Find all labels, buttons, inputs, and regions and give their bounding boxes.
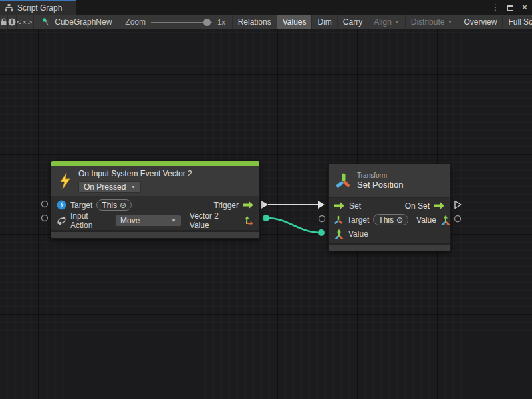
target-label: Target xyxy=(70,201,92,210)
trigger-output-label: Trigger xyxy=(213,201,239,210)
player-input-icon xyxy=(57,200,66,210)
graph-toolbar: <×> CubeGraphNew Zoom 1x Relations Value… xyxy=(0,15,532,29)
toolbar-button-fullscreen[interactable]: Full Screen xyxy=(503,15,532,29)
value-input-label: Value xyxy=(348,229,368,239)
port-event-target-input[interactable] xyxy=(42,201,48,207)
tab-script-graph[interactable]: Script Graph xyxy=(0,0,76,15)
info-button[interactable] xyxy=(8,15,17,29)
chevron-down-icon: ▼ xyxy=(130,185,136,189)
flow-arrow-icon xyxy=(334,201,345,210)
tab-title: Script Graph xyxy=(17,3,62,13)
node-title: On Input System Event Vector 2 xyxy=(78,169,192,179)
node-footer xyxy=(51,230,259,238)
zoom-slider[interactable] xyxy=(151,22,212,23)
graph-hierarchy-icon xyxy=(5,4,13,12)
zoom-control: Zoom 1x xyxy=(118,15,232,29)
toolbar-button-dim[interactable]: Dim xyxy=(312,15,337,29)
vector2-output-label: Vector 2 Value xyxy=(190,211,239,230)
lock-icon xyxy=(0,18,7,26)
toolbar-button-carry[interactable]: Carry xyxy=(338,15,368,29)
value-output-label: Value xyxy=(416,215,436,225)
node-on-input-system-event[interactable]: On Input System Event Vector 2 On Presse… xyxy=(51,160,260,239)
port-event-action-input[interactable] xyxy=(42,215,48,221)
zoom-label: Zoom xyxy=(125,17,146,27)
flow-arrow-icon xyxy=(434,201,445,210)
close-icon[interactable]: ✕ xyxy=(521,3,528,11)
graph-canvas[interactable]: On Input System Event Vector 2 On Presse… xyxy=(0,29,532,399)
info-icon xyxy=(8,18,16,26)
graph-name-button[interactable]: CubeGraphNew xyxy=(34,15,118,29)
node-category: Transform xyxy=(357,171,403,180)
value-wire-vector2-to-value[interactable] xyxy=(266,218,321,233)
port-vector2-output[interactable] xyxy=(263,215,269,221)
input-action-icon xyxy=(57,216,66,225)
port-set-input[interactable] xyxy=(318,201,325,209)
chevron-down-icon: ▼ xyxy=(171,218,176,222)
graph-name-label: CubeGraphNew xyxy=(55,17,112,27)
zoom-value: 1x xyxy=(217,18,225,26)
transform-mini-icon xyxy=(334,215,343,225)
input-action-dropdown[interactable]: Move ▼ xyxy=(115,215,182,227)
vector3-icon xyxy=(334,229,344,239)
window-titlebar: Script Graph ⋮ ✕ xyxy=(0,0,532,15)
set-input-label: Set xyxy=(349,201,361,211)
port-trigger-output[interactable] xyxy=(261,201,268,209)
node-footer xyxy=(329,243,450,251)
object-picker-icon: ⊙ xyxy=(396,215,403,225)
more-menu-icon[interactable]: ⋮ xyxy=(491,3,499,11)
graph-asset-icon xyxy=(42,18,51,26)
target-this-chip[interactable]: This ⊙ xyxy=(373,214,408,225)
event-mode-dropdown[interactable]: On Pressed ▼ xyxy=(78,181,141,193)
event-accent-bar xyxy=(51,161,259,166)
port-value-input[interactable] xyxy=(318,229,325,236)
port-set-target-input[interactable] xyxy=(319,216,325,222)
input-action-label: Input Action xyxy=(70,211,111,230)
toolbar-button-relations[interactable]: Relations xyxy=(233,15,277,29)
maximize-icon[interactable] xyxy=(507,5,513,11)
lightning-bolt-icon xyxy=(58,172,72,190)
flow-arrow-icon xyxy=(243,201,254,209)
port-value-output[interactable] xyxy=(455,216,461,222)
vector2-icon xyxy=(243,215,254,226)
toolbar-button-values[interactable]: Values xyxy=(277,15,313,29)
toolbar-button-align[interactable]: Align ▼ xyxy=(368,15,406,29)
chevron-down-icon: ▼ xyxy=(394,20,400,24)
vector3-icon xyxy=(440,215,451,225)
transform-icon xyxy=(335,172,351,190)
edit-code-button[interactable]: <×> xyxy=(17,15,34,29)
onset-output-label: On Set xyxy=(405,201,430,211)
target-label: Target xyxy=(347,215,369,225)
node-set-position[interactable]: Transform Set Position Set On Set xyxy=(328,164,451,251)
zoom-slider-handle[interactable] xyxy=(203,19,211,26)
toolbar-button-overview[interactable]: Overview xyxy=(458,15,503,29)
port-onset-output[interactable] xyxy=(455,201,461,209)
toolbar-button-distribute[interactable]: Distribute ▼ xyxy=(406,15,459,29)
chevron-down-icon: ▼ xyxy=(447,20,452,24)
target-this-chip[interactable]: This ⊙ xyxy=(96,200,132,211)
object-picker-icon: ⊙ xyxy=(120,201,126,210)
node-title: Set Position xyxy=(357,180,403,190)
lock-button[interactable] xyxy=(0,15,8,29)
